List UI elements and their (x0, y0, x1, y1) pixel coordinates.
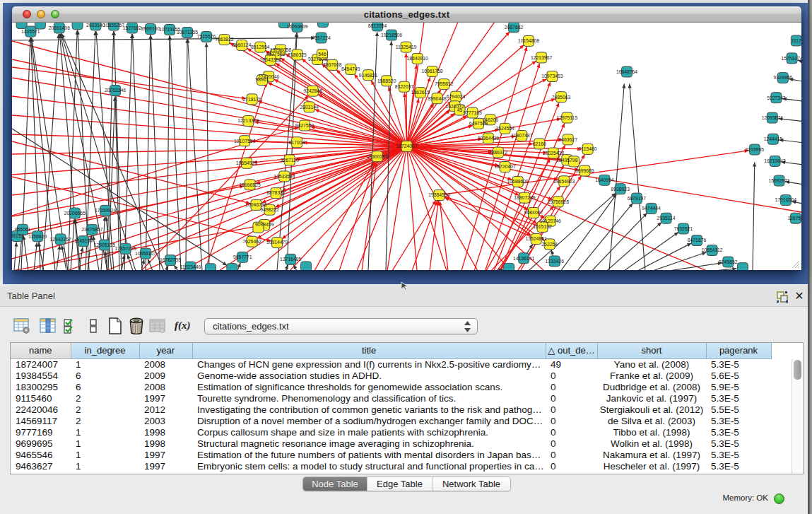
cell-title: Changes of HCN gene expression and I(f) … (192, 358, 546, 370)
cell-name: 18724007 (11, 358, 71, 370)
column-header-pagerank[interactable]: pagerank (706, 343, 771, 358)
graph-node[interactable] (318, 23, 329, 28)
table-tabs: Node TableEdge TableNetwork Table (302, 477, 511, 491)
table-row[interactable]: 977716911998Corpus callosum shape and si… (11, 426, 771, 438)
graph-node-label: 8186325 (288, 52, 307, 57)
graph-node-label: 9115460 (579, 146, 597, 151)
graph-node-label: 8427552 (295, 123, 314, 128)
cell-year: 2008 (139, 381, 192, 392)
graph-node[interactable] (205, 264, 216, 270)
window-edge-strip (808, 0, 812, 514)
graph-node[interactable] (504, 263, 514, 270)
graph-node-label: 6879197 (628, 196, 647, 201)
select-rows-icon[interactable] (63, 317, 80, 334)
delete-trash-icon[interactable] (128, 317, 145, 334)
graph-node[interactable] (737, 263, 748, 270)
cell-title: Disruption of a novel member of a sodium… (192, 415, 546, 426)
window-resize-grip[interactable] (792, 260, 800, 269)
row-options-icon[interactable] (86, 317, 102, 334)
graph-node-label: 8912954 (251, 45, 270, 49)
graph-node-label: 16782759 (160, 257, 181, 262)
new-file-icon[interactable] (107, 317, 124, 334)
graph-node-label: 1145194 (74, 238, 93, 243)
graph-node-label: 8215955 (746, 147, 765, 152)
column-header-in_degree[interactable]: in_degree (71, 343, 139, 358)
attribute-table-grid[interactable]: namein_degreeyeartitle△ out_de…shortpage… (11, 343, 772, 472)
column-header-name[interactable]: name (11, 343, 71, 358)
table-row[interactable]: 911546021997Tourette syndrome. Phenomeno… (11, 392, 771, 404)
graph-node-label: 8990448 (428, 96, 447, 101)
function-builder-icon[interactable]: f(x) (175, 317, 194, 334)
table-scrollbar[interactable] (792, 359, 802, 474)
graph-node-label: 10654112 (702, 247, 723, 252)
cell-pagerank: 5.3E-5 (706, 415, 771, 426)
table-row[interactable]: 1456911722003Disruption of a novel membe… (11, 415, 771, 426)
table-row[interactable]: 969969511998Structural magnetic resonanc… (11, 438, 771, 449)
graph-node-label: 855061 (15, 227, 31, 232)
graph-node-label: 7886372 (489, 150, 508, 155)
table-row[interactable]: 946362711997Embryonic stem cells: a mode… (11, 460, 771, 472)
memory-ok-indicator[interactable] (774, 493, 784, 504)
graph-node[interactable] (227, 264, 237, 270)
graph-node-label: 10958107 (135, 251, 156, 256)
network-window: citations_edges.txt 14055712069140620031… (12, 6, 801, 270)
tab-network-table[interactable]: Network Table (433, 477, 510, 491)
cell-in_degree: 2 (71, 392, 139, 404)
graph-node-label: 39153 (12, 233, 24, 238)
cell-in_degree: 1 (71, 449, 139, 460)
table-row[interactable]: 2242004622012Investigating the contribut… (11, 404, 771, 415)
table-row[interactable]: 1830029562008Estimation of significance … (11, 381, 771, 392)
close-panel-icon[interactable]: ✕ (793, 290, 806, 303)
cell-year: 1997 (139, 449, 192, 460)
graph-node-label: 10154808 (518, 38, 539, 43)
cell-short: Hescheler et al. (1997) (597, 460, 706, 472)
column-header-out_de…[interactable]: △ out_de… (546, 343, 597, 358)
graph-node-label: 45 (457, 107, 463, 112)
graph-node-label: 12942757 (50, 237, 71, 242)
network-graph[interactable]: 1405571206914062003140106552671527602896… (12, 23, 801, 270)
cell-in_degree: 1 (71, 438, 139, 449)
cell-out_de…: 0 (546, 392, 597, 404)
graph-node-label: 10688609 (507, 179, 529, 184)
graph-node-label: 20053346 (105, 88, 126, 93)
selected-network-table: citations_edges.txt (213, 321, 289, 332)
cell-pagerank: 5.3E-5 (706, 392, 771, 404)
column-header-short[interactable]: short (597, 343, 706, 358)
cell-short: Jankovic et al. (1997) (597, 392, 706, 404)
network-window-titlebar[interactable]: citations_edges.txt (12, 6, 801, 23)
cell-out_de…: 0 (546, 426, 597, 438)
graph-node-label: 15720407 (494, 164, 515, 169)
cell-year: 2008 (139, 358, 192, 370)
tab-edge-table[interactable]: Edge Table (367, 477, 433, 491)
table-settings-icon[interactable] (13, 317, 30, 334)
tab-node-table[interactable]: Node Table (303, 477, 367, 491)
column-header-year[interactable]: year (139, 343, 192, 358)
cell-title: Corpus callosum shape and size in male p… (192, 426, 546, 438)
table-scrollbar-thumb[interactable] (794, 360, 801, 380)
table-row[interactable]: 1872400712008Changes of HCN gene express… (11, 358, 771, 370)
import-table-disabled-icon[interactable] (149, 317, 166, 334)
cell-name: 18300295 (11, 381, 71, 392)
cell-short: Stergiakouli et al. (2012) (597, 404, 706, 415)
graph-node-label: 8471676 (688, 238, 707, 243)
graph-node-label: 10120746 (540, 218, 561, 223)
network-canvas[interactable]: 1405571206914062003140106552671527602896… (12, 23, 801, 270)
graph-node[interactable] (301, 262, 312, 270)
graph-node-label: 12213369 (237, 118, 259, 123)
select-column-icon[interactable] (40, 317, 57, 334)
graph-node-label: 7632621 (674, 226, 693, 231)
cell-name: 22420046 (11, 404, 71, 415)
cell-in_degree: 6 (71, 370, 139, 381)
table-row[interactable]: 946554611997Estimation of the future num… (11, 449, 771, 460)
table-row[interactable]: 1938455462009Genome-wide association stu… (11, 370, 771, 381)
graph-node-label: 9084067 (524, 210, 543, 215)
graph-node-label: 817004 (289, 140, 305, 145)
graph-node[interactable] (72, 23, 83, 30)
float-panel-icon[interactable] (777, 291, 788, 303)
graph-node[interactable] (35, 23, 45, 29)
cell-name: 9465546 (11, 449, 71, 460)
network-table-selector[interactable]: citations_edges.txt (204, 318, 478, 334)
graph-node-label: 16053809 (286, 24, 307, 29)
column-header-title[interactable]: title (192, 343, 546, 358)
cell-name: 9115460 (11, 392, 71, 404)
